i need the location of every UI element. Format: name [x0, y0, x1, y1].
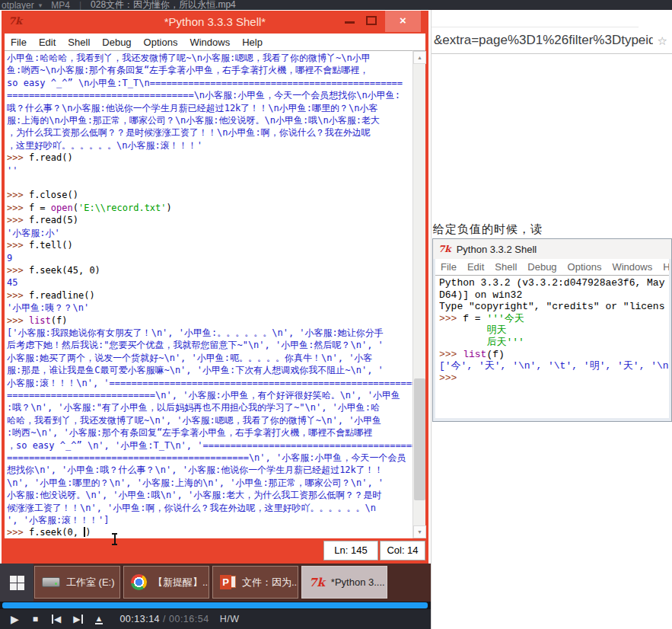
console-line: >>> f.read() — [7, 152, 412, 164]
scrollbar[interactable]: ▲ ▼ — [412, 50, 425, 538]
console-line: >>> f = open('E:\\record.txt') — [7, 202, 412, 214]
potplayer-titlebar: otplayer ▾ MP4 | 028文件：因为懂你，所以永恒.mp4 — [0, 0, 672, 10]
console-line: Type "copyright", "credits" or "licens — [439, 301, 669, 313]
windows-logo-icon — [10, 576, 24, 590]
console-line: >>> — [439, 372, 669, 385]
console-line: D64)] on win32 — [439, 289, 669, 302]
console-line: 45 — [7, 276, 412, 289]
console-line: ========================================… — [7, 452, 412, 464]
menu-item-windows[interactable]: Windows — [607, 261, 658, 273]
console-line: 候涨涨工资了！！\n', '小甲鱼:啊，你说什么？我在外边呢，这里好吵吖。。。。… — [7, 502, 412, 514]
menu-item-file[interactable]: File — [5, 37, 33, 48]
player-seek-bar[interactable] — [0, 602, 431, 609]
menu-item-debug[interactable]: Debug — [522, 261, 562, 273]
menu-item-help[interactable]: Help — [658, 261, 669, 273]
console-line: >>> f = '''今天 — [439, 313, 669, 325]
close-button[interactable]: × — [385, 11, 421, 32]
python-333-shell-window[interactable]: 7k *Python 3.3.3 Shell* × FileEditShellD… — [2, 11, 428, 564]
taskbar-button-idle[interactable]: 7k*Python 3.... — [301, 566, 387, 599]
start-button[interactable] — [0, 564, 33, 602]
console-line: ，为什么我工资那么低啊？？是时候涨涨工资了！！\n小甲鱼:啊，你说什么？我在外边… — [7, 126, 412, 139]
shell-console[interactable]: Python 3.3.2 (v3.3.2:d047928ae3f6, MayD6… — [435, 275, 669, 418]
console-line: >>> f.seek(45, 0) — [7, 264, 412, 276]
console-line: 服:上海的\n小甲鱼:那正常，哪家公司？\n小客服:他没说呀。\n小甲鱼:哦\n… — [7, 114, 412, 126]
console-line: '小甲鱼:咦？？\n' — [7, 302, 412, 314]
taskbar-button-label: 【新提醒】... — [153, 576, 209, 589]
scrollbar-thumb[interactable] — [414, 378, 425, 500]
menu-item-options[interactable]: Options — [562, 261, 607, 273]
idle-app-icon: 7k — [438, 244, 451, 254]
menu-item-debug[interactable]: Debug — [96, 37, 137, 48]
python-332-shell-window[interactable]: 7k Python 3.3.2 Shell FileEditShellDebug… — [432, 238, 672, 422]
window-titlebar[interactable]: 7k Python 3.3.2 Shell — [433, 239, 671, 259]
menu-item-edit[interactable]: Edit — [33, 37, 62, 48]
console-line: 小客服:滚！！！\n', '==========================… — [7, 377, 412, 389]
taskbar-button-drive[interactable]: 工作室 (E:) — [34, 566, 120, 599]
divider — [432, 53, 672, 54]
menu-item-options[interactable]: Options — [138, 37, 184, 48]
console-line: 明天 — [439, 324, 669, 337]
taskbar-button-ppt[interactable]: P文件：因为... — [212, 566, 298, 599]
taskbar-button-label: 文件：因为... — [242, 576, 298, 589]
console-line: '小客服:小' — [7, 227, 412, 239]
window-title: *Python 3.3.3 Shell* — [2, 15, 428, 28]
console-line: ', '小客服:滚！！！'] — [7, 514, 412, 526]
address-bar-url[interactable]: &extra=page%3D1%26filter%3Dtypeid — [434, 33, 653, 48]
ibeam-mouse-cursor — [111, 533, 118, 545]
console-line: so easy ^_^” \n小甲鱼:T_T\n================… — [7, 77, 412, 89]
console-line: ===========================\n', '小客服:小甲鱼… — [7, 389, 412, 401]
taskbar-button-label: 工作室 (E:) — [66, 576, 115, 589]
console-line: 小客服:他没说呀。\n', '小甲鱼:哦\n', '小客服:老大，为什么我工资那… — [7, 489, 412, 501]
potplayer-menu-button[interactable]: otplayer — [2, 0, 34, 10]
console-line: 9 — [7, 252, 412, 264]
console-line: 哦？什么事？\n小客服:他说你一个学生月薪已经超过12k了！！\n小甲鱼:哪里的… — [7, 102, 412, 114]
taskbar-button-label: *Python 3.... — [331, 576, 385, 588]
menu-item-file[interactable]: File — [435, 261, 462, 273]
console-line: '' — [7, 164, 412, 177]
console-line: 哈哈，我看到丫，我还发微博了呢~\n', '小客服:嗯嗯，我看了你的微博丫~\n… — [7, 414, 412, 426]
console-line: >>> f.readline() — [7, 289, 412, 302]
scroll-down-button[interactable]: ▼ — [413, 525, 426, 538]
shell-console[interactable]: 小甲鱼:哈哈哈，我看到丫，我还发微博了呢~\n小客服:嗯嗯，我看了你的微博丫~\… — [5, 50, 412, 538]
menu-item-help[interactable]: Help — [236, 37, 269, 48]
stop-icon[interactable]: ■ — [33, 615, 38, 624]
console-line: 后天''' — [439, 337, 669, 349]
console-line: ，so easy ^_^” \n', '小甲鱼:T_T\n', '=======… — [7, 439, 412, 452]
webpage-text: 给定负值的时候，读 — [433, 222, 543, 237]
console-line — [7, 177, 412, 189]
bookmark-star-icon[interactable]: ☆ — [658, 34, 667, 48]
menu-item-shell[interactable]: Shell — [62, 37, 96, 48]
window-titlebar[interactable]: 7k *Python 3.3.3 Shell* × — [2, 11, 428, 34]
console-line: >>> f.close() — [7, 189, 412, 201]
console-line: Python 3.3.2 (v3.3.2:d047928ae3f6, May — [439, 277, 669, 289]
previous-icon[interactable]: ◀ — [52, 615, 61, 624]
media-format-badge: MP4 — [51, 0, 70, 10]
time-current: 00:13:14 — [119, 614, 160, 624]
next-icon[interactable]: ▶ — [73, 615, 82, 624]
player-progress-fill — [2, 602, 428, 608]
chevron-down-icon: ▾ — [39, 2, 43, 9]
console-line: ，这里好吵吖。。。。。。\n小客服:滚！！！' — [7, 139, 412, 152]
console-line: >>> f.read(5) — [7, 214, 412, 226]
taskbar-button-chrome[interactable]: 【新提醒】... — [123, 566, 209, 599]
scroll-up-button[interactable]: ▲ — [413, 51, 426, 64]
playback-time: 00:13:14 / 00:16:54 H/W — [119, 614, 239, 624]
console-line: 小甲鱼:哈哈哈，我看到丫，我还发微博了呢~\n小客服:嗯嗯，我看了你的微博丫~\… — [7, 52, 412, 64]
play-icon[interactable]: ▶ — [11, 614, 19, 624]
window-title: Python 3.3.2 Shell — [457, 244, 537, 255]
console-line: \n', '小甲鱼:哪里的？\n', '小客服:上海的\n', '小甲鱼:那正常… — [7, 477, 412, 489]
eject-icon[interactable]: ▲ — [95, 615, 104, 624]
console-line: 想找你\n', '小甲鱼:哦？什么事？\n', '小客服:他说你一个学生月薪已经… — [7, 464, 412, 476]
status-bar: Ln: 145 Col: 14 — [2, 538, 428, 564]
minimize-button[interactable] — [345, 21, 355, 24]
idle-icon: 7k — [309, 576, 325, 589]
media-filename: 028文件：因为懂你，所以永恒.mp4 — [91, 0, 236, 10]
console-line: 后考虑下她！然后我说:"您要买个优盘，我就帮您留意下~"\n', '小甲鱼:然后… — [7, 339, 412, 351]
menu-item-windows[interactable]: Windows — [183, 37, 236, 48]
menu-bar: FileEditShellDebugOptionsWindowsHelp — [5, 34, 425, 50]
menu-item-edit[interactable]: Edit — [462, 261, 489, 273]
hw-decoder-badge: H/W — [220, 614, 240, 624]
menu-item-shell[interactable]: Shell — [489, 261, 522, 273]
maximize-button[interactable] — [366, 16, 377, 25]
console-line: 鱼:哟西~\n小客服:那个有条回复“左手拿著小甲鱼，右手拿著打火機，哪裡不會點哪… — [7, 64, 412, 76]
